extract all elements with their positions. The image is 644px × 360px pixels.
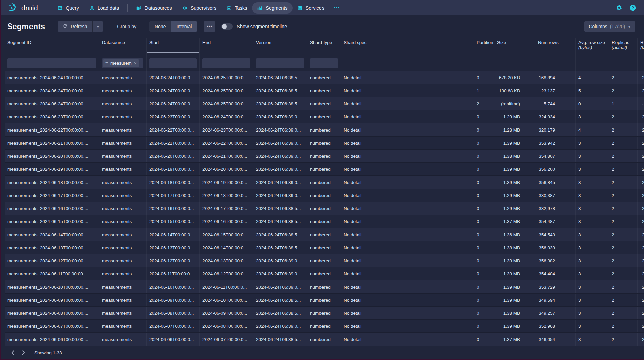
cell-num_rows[interactable]: 356,382 [535,254,576,267]
cell-replication_factor[interactable]: 2 [638,254,644,267]
cell-size[interactable]: 1.39 MB [494,163,535,175]
cell-segment_id[interactable]: measurements_2024-06-13T00:00:00.... [5,241,99,254]
cell-replicas[interactable]: 2 [609,228,638,241]
cell-segment_id[interactable]: measurements_2024-06-23T00:00:00.... [5,110,99,123]
cell-partition[interactable]: 0 [474,267,494,280]
cell-end[interactable]: 2024-06-24T00:00:0... [200,110,253,123]
cell-partition[interactable]: 0 [474,307,494,319]
cell-datasource[interactable]: measurements [99,71,147,84]
cell-datasource[interactable]: measurements [99,84,147,97]
cell-shard_spec[interactable]: No detail [341,254,474,267]
cell-version[interactable]: 2024-06-24T06:39:0... [253,280,307,293]
cell-segment_id[interactable]: measurements_2024-06-22T00:00:00.... [5,123,99,136]
column-header-avg_row_size[interactable]: Avg. row size(bytes) [576,38,609,55]
cell-num_rows[interactable]: 352,968 [535,320,576,332]
cell-segment_id[interactable]: measurements_2024-06-17T00:00:00.... [5,189,99,202]
cell-size[interactable]: 1.39 MB [494,176,535,189]
cell-replication_factor[interactable]: 2 [638,280,644,293]
cell-size[interactable]: (realtime) [494,97,535,110]
cell-version[interactable]: 2024-06-24T06:38:5... [253,241,307,254]
filter-input-shard_type[interactable] [310,58,338,68]
cell-replicas[interactable]: 2 [609,202,638,215]
cell-size[interactable]: 1.39 MB [494,294,535,306]
cell-datasource[interactable]: measurements [99,267,147,280]
cell-start[interactable]: 2024-06-10T00:00:0... [147,280,200,293]
nav-item-datasources[interactable]: Datasources [131,2,177,14]
cell-size[interactable]: 1.39 MB [494,280,535,293]
cell-datasource[interactable]: measurements [99,280,147,293]
filter-input-start[interactable] [149,58,197,68]
filter-input-version[interactable] [256,58,304,68]
filter-input-end[interactable] [202,58,250,68]
group-by-option-interval[interactable]: Interval [171,21,197,32]
cell-version[interactable]: 2024-06-24T06:38:5... [253,333,307,346]
cell-datasource[interactable]: measurements [99,150,147,162]
cell-datasource[interactable]: measurements [99,176,147,189]
cell-shard_type[interactable]: numbered [307,267,341,280]
cell-replication_factor[interactable]: 2 [638,84,644,97]
cell-num_rows[interactable]: 354,404 [535,267,576,280]
cell-version[interactable]: 2024-06-24T06:39:0... [253,320,307,332]
column-header-partition[interactable]: Partition [474,38,494,55]
cell-num_rows[interactable]: 353,729 [535,280,576,293]
cell-avg_row_size[interactable]: 3 [576,202,609,215]
cell-num_rows[interactable]: 5,744 [535,97,576,110]
cell-partition[interactable]: 0 [474,280,494,293]
cell-segment_id[interactable]: measurements_2024-06-09T00:00:00.... [5,294,99,306]
cell-end[interactable]: 2024-06-10T00:00:0... [200,294,253,306]
cell-shard_spec[interactable]: No detail [341,307,474,319]
cell-segment_id[interactable]: measurements_2024-06-19T00:00:00.... [5,163,99,175]
cell-size[interactable]: 1.38 MB [494,241,535,254]
cell-end[interactable]: 2024-06-08T00:00:0... [200,320,253,332]
cell-replication_factor[interactable]: 2 [638,228,644,241]
cell-replication_factor[interactable]: 2 [638,189,644,202]
cell-avg_row_size[interactable]: 3 [576,254,609,267]
cell-shard_type[interactable]: numbered [307,307,341,319]
cell-shard_type[interactable]: numbered [307,254,341,267]
cell-end[interactable]: 2024-06-25T00:00:0... [200,97,253,110]
cell-start[interactable]: 2024-06-24T00:00:0... [147,97,200,110]
cell-shard_type[interactable]: numbered [307,97,341,110]
cell-replicas[interactable]: 2 [609,110,638,123]
previous-page-button[interactable] [9,349,17,357]
cell-partition[interactable]: 0 [474,202,494,215]
cell-size[interactable]: 130.68 KB [494,84,535,97]
cell-datasource[interactable]: measurements [99,294,147,306]
cell-end[interactable]: 2024-06-15T00:00:0... [200,228,253,241]
cell-size[interactable]: 1.39 MB [494,137,535,149]
cell-datasource[interactable]: measurements [99,215,147,228]
cell-version[interactable]: 2024-06-24T06:39:0... [253,254,307,267]
cell-partition[interactable]: 0 [474,320,494,332]
cell-shard_spec[interactable]: No detail [341,163,474,175]
nav-more-button[interactable] [329,5,344,11]
cell-replicas[interactable]: 2 [609,320,638,332]
cell-avg_row_size[interactable]: 3 [576,280,609,293]
cell-shard_spec[interactable]: No detail [341,294,474,306]
cell-datasource[interactable]: measurements [99,189,147,202]
cell-shard_type[interactable]: numbered [307,320,341,332]
cell-start[interactable]: 2024-06-16T00:00:0... [147,202,200,215]
cell-size[interactable]: 1.37 MB [494,333,535,346]
cell-segment_id[interactable]: measurements_2024-06-10T00:00:00.... [5,280,99,293]
cell-avg_row_size[interactable]: 3 [576,267,609,280]
cell-replication_factor[interactable]: 2 [638,71,644,84]
cell-version[interactable]: 2024-06-24T06:39:0... [253,267,307,280]
cell-replication_factor[interactable]: 2 [638,241,644,254]
cell-version[interactable]: 2024-06-24T06:38:5... [253,84,307,97]
cell-avg_row_size[interactable]: 3 [576,176,609,189]
cell-datasource[interactable]: measurements [99,163,147,175]
cell-shard_spec[interactable]: No detail [341,176,474,189]
cell-avg_row_size[interactable]: 3 [576,137,609,149]
cell-num_rows[interactable]: 168,894 [535,71,576,84]
cell-partition[interactable]: 0 [474,123,494,136]
cell-partition[interactable]: 0 [474,110,494,123]
cell-shard_spec[interactable]: No detail [341,215,474,228]
cell-version[interactable]: 2024-06-24T06:38:5... [253,97,307,110]
cell-shard_type[interactable]: numbered [307,333,341,346]
more-options-button[interactable]: ••• [204,21,215,32]
cell-size[interactable]: 1.28 MB [494,123,535,136]
column-header-shard_type[interactable]: Shard type [307,38,341,55]
next-page-button[interactable] [19,349,27,357]
cell-replicas[interactable]: 2 [609,150,638,162]
cell-avg_row_size[interactable]: 5 [576,84,609,97]
